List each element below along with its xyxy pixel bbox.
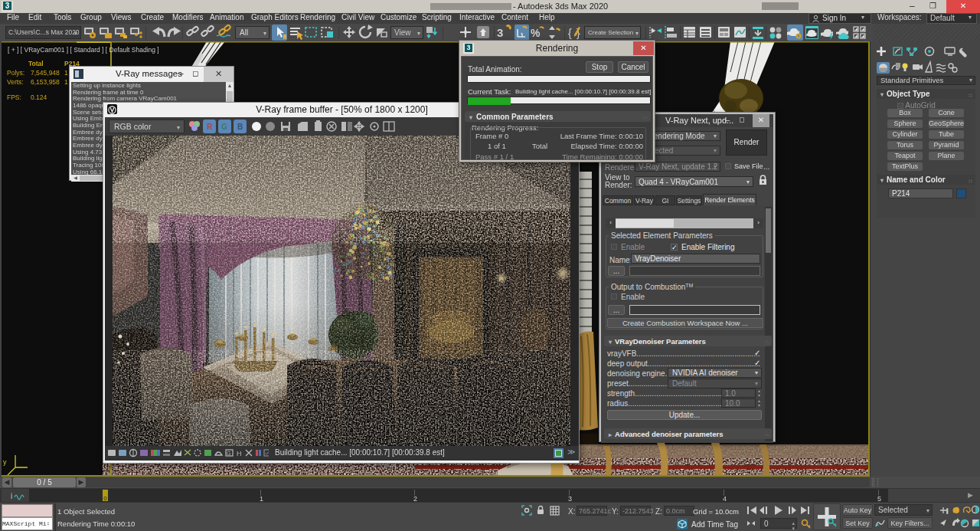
svg-text:G: G xyxy=(227,451,230,456)
svg-text:H: H xyxy=(237,450,242,457)
svg-text:G: G xyxy=(221,123,227,131)
svg-text:3: 3 xyxy=(497,26,503,39)
svg-text:I: I xyxy=(946,507,949,515)
svg-text:{: { xyxy=(568,27,572,39)
svg-text:B: B xyxy=(237,123,243,131)
svg-text:%: % xyxy=(531,27,541,39)
svg-text:i: i xyxy=(11,492,12,500)
svg-text:R: R xyxy=(207,123,213,131)
svg-text:y: y xyxy=(3,458,7,466)
